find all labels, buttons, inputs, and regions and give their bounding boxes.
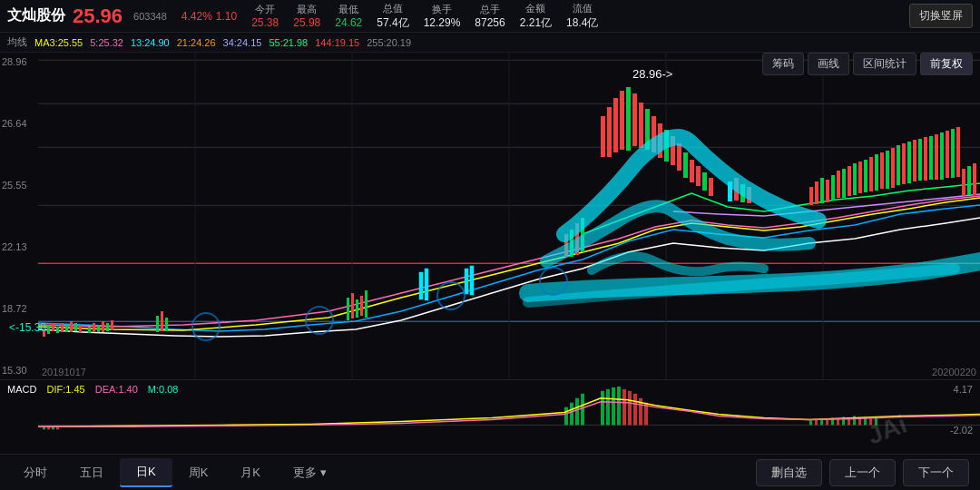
ma21-value: 21:24.26 — [177, 37, 216, 48]
svg-rect-26 — [156, 316, 159, 332]
tab-zhouk[interactable]: 周K — [172, 459, 225, 486]
price-label-1: 28.96 — [2, 56, 36, 67]
turnover: 换手 12.29% — [424, 3, 461, 29]
restore-button[interactable]: 前复权 — [920, 53, 973, 75]
today-open: 今开 25.38 — [251, 3, 279, 29]
svg-rect-67 — [826, 180, 829, 202]
svg-rect-130 — [875, 417, 877, 425]
price-15-annotation: <-15.30 — [9, 321, 46, 334]
svg-rect-113 — [622, 389, 626, 426]
svg-rect-16 — [65, 325, 68, 332]
svg-rect-86 — [929, 136, 933, 180]
high: 最高 25.98 — [293, 3, 320, 29]
svg-rect-107 — [575, 398, 579, 426]
date-start: 20191017 — [42, 367, 86, 377]
svg-rect-106 — [570, 403, 573, 426]
macd-svg — [38, 380, 980, 452]
total-val: 总值 57.4亿 — [377, 2, 408, 31]
main-chart-svg: 28.96-> — [38, 53, 980, 379]
svg-rect-56 — [690, 160, 694, 182]
svg-rect-85 — [924, 137, 927, 181]
tab-more[interactable]: 更多 ▾ — [277, 459, 343, 486]
svg-rect-22 — [97, 325, 100, 332]
svg-rect-14 — [56, 327, 59, 333]
svg-rect-89 — [946, 131, 949, 178]
svg-rect-28 — [165, 318, 168, 331]
svg-rect-88 — [940, 132, 944, 180]
svg-rect-46 — [626, 87, 631, 151]
svg-rect-91 — [956, 127, 960, 177]
svg-rect-129 — [869, 418, 872, 425]
next-button[interactable]: 下一个 — [903, 459, 969, 486]
tab-yuek[interactable]: 月K — [224, 459, 277, 486]
svg-rect-70 — [842, 169, 846, 198]
ma-line: 均线 MA3:25.55 5:25.32 13:24.90 21:24.26 3… — [0, 33, 980, 53]
svg-rect-112 — [617, 387, 621, 425]
switch-screen-button[interactable]: 切换竖屏 — [909, 4, 973, 28]
svg-rect-15 — [61, 323, 64, 332]
chart-area: 28.96 26.64 25.55 22.13 18.72 15.30 — [0, 53, 980, 379]
svg-rect-44 — [613, 98, 618, 152]
price-label-3: 25.55 — [2, 180, 36, 191]
svg-rect-77 — [880, 152, 884, 189]
draw-button[interactable]: 画线 — [808, 53, 849, 75]
svg-rect-59 — [709, 178, 713, 196]
svg-rect-24 — [106, 323, 109, 331]
ma34-value: 34:24.15 — [223, 37, 262, 48]
svg-rect-94 — [973, 163, 976, 195]
svg-rect-76 — [875, 154, 878, 191]
svg-rect-110 — [606, 389, 610, 426]
svg-rect-109 — [601, 391, 604, 426]
svg-rect-64 — [809, 187, 813, 205]
svg-rect-90 — [951, 129, 955, 178]
svg-rect-20 — [88, 327, 91, 333]
delete-self-button[interactable]: 删自选 — [756, 459, 822, 486]
svg-rect-93 — [967, 166, 971, 195]
svg-rect-79 — [891, 148, 895, 188]
svg-rect-92 — [962, 169, 965, 196]
svg-rect-84 — [918, 139, 922, 181]
tab-wuri[interactable]: 五日 — [64, 459, 120, 486]
low: 最低 24.62 — [335, 3, 362, 29]
svg-point-96 — [306, 307, 333, 334]
svg-rect-87 — [935, 134, 938, 180]
price-label-5: 18.72 — [2, 303, 36, 314]
svg-rect-34 — [419, 272, 423, 299]
tab-fenshi[interactable]: 分时 — [7, 459, 64, 486]
toolbar: 筹码 画线 区间统计 前复权 — [762, 53, 973, 75]
svg-rect-55 — [683, 152, 688, 178]
price-label-4: 22.13 — [2, 241, 36, 252]
ma144-value: 144:19.15 — [315, 37, 359, 48]
interval-stats-button[interactable]: 区间统计 — [853, 53, 916, 75]
svg-rect-57 — [696, 166, 701, 186]
svg-rect-72 — [853, 163, 857, 195]
prev-button[interactable]: 上一个 — [829, 459, 896, 486]
svg-rect-75 — [869, 157, 873, 191]
tab-rik[interactable]: 日K — [120, 458, 172, 487]
price-label-6: 15.30 — [2, 365, 36, 376]
svg-rect-68 — [831, 175, 835, 201]
svg-rect-108 — [581, 394, 584, 426]
svg-rect-33 — [365, 290, 368, 318]
change-pct: 4.42% — [181, 10, 212, 23]
choumai-button[interactable]: 筹码 — [762, 53, 804, 75]
price-label-2: 26.64 — [2, 118, 36, 129]
svg-rect-27 — [161, 311, 163, 331]
macd-area: MACD DIF:1.45 DEA:1.40 M:0.08 4.17 -2.02 — [0, 379, 980, 452]
ma5-value: 5:25.32 — [90, 37, 123, 48]
stock-code: 603348 — [133, 11, 167, 22]
svg-rect-118 — [809, 420, 812, 425]
tab-group: 分时 五日 日K 周K 月K 更多 ▾ — [0, 458, 756, 487]
svg-rect-19 — [79, 325, 82, 332]
svg-rect-45 — [620, 91, 624, 150]
svg-rect-74 — [864, 160, 867, 192]
svg-rect-31 — [356, 299, 358, 318]
svg-rect-42 — [601, 116, 605, 157]
svg-text:28.96->: 28.96-> — [632, 67, 672, 81]
date-end: 20200220 — [932, 367, 976, 377]
ma13-value: 13:24.90 — [131, 37, 170, 48]
svg-rect-30 — [351, 293, 354, 318]
svg-rect-111 — [612, 387, 615, 425]
total-hand: 总手 87256 — [475, 3, 505, 29]
svg-rect-54 — [677, 143, 681, 171]
